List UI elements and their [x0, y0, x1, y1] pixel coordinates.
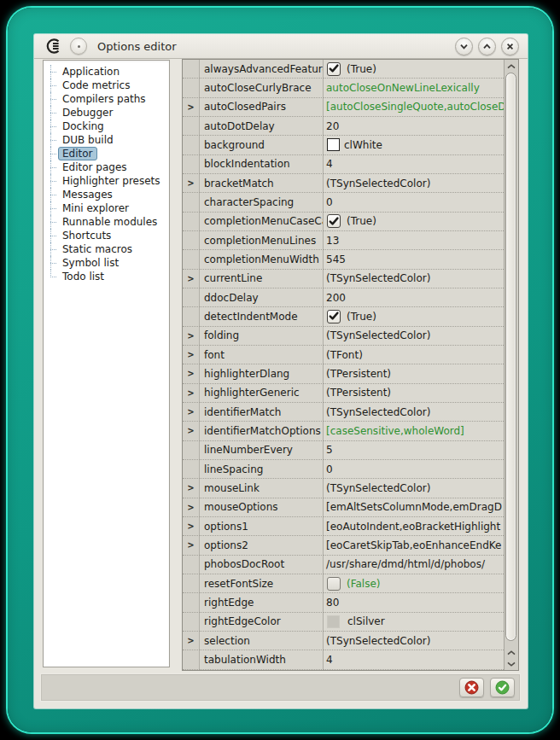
sidebar-item-dub-build[interactable]: DUB build	[49, 133, 169, 147]
property-name[interactable]: font	[200, 346, 324, 364]
property-value[interactable]: 80	[324, 593, 504, 612]
property-name[interactable]: completionMenuCaseCare	[200, 213, 324, 231]
sidebar-item-symbol-list[interactable]: Symbol list	[49, 256, 169, 270]
sidebar-item-highlighter-presets[interactable]: Highlighter presets	[49, 174, 169, 188]
property-name[interactable]: alwaysAdvancedFeatures	[200, 60, 324, 79]
property-value[interactable]: clWhite	[324, 136, 504, 154]
row-gutter[interactable]: >	[183, 574, 200, 593]
sidebar-item-application[interactable]: Application	[49, 65, 169, 79]
close-button[interactable]	[501, 38, 519, 55]
property-name[interactable]: autoCloseCurlyBrace	[200, 79, 324, 97]
property-name[interactable]: selection	[200, 632, 324, 650]
property-row[interactable]: > lineNumberEvery 5	[183, 441, 504, 460]
property-row[interactable]: > autoDotDelay 20	[183, 117, 504, 136]
property-value[interactable]: (True)	[324, 60, 504, 79]
sidebar-item-docking[interactable]: Docking	[49, 119, 169, 133]
property-value[interactable]: (True)	[324, 213, 504, 231]
color-swatch[interactable]	[327, 615, 340, 628]
property-name[interactable]: autoClosedPairs	[200, 98, 324, 117]
property-row[interactable]: > completionMenuCaseCare (True)	[183, 213, 504, 231]
property-row[interactable]: > tabulationWidth 4	[183, 650, 504, 669]
property-row[interactable]: > selection (TSynSelectedColor)	[183, 632, 504, 650]
row-gutter[interactable]: >	[183, 593, 200, 612]
expand-arrow-icon[interactable]: >	[187, 369, 194, 378]
property-row[interactable]: > autoCloseCurlyBrace autoCloseOnNewLine…	[183, 79, 504, 97]
property-row[interactable]: > mouseLink (TSynSelectedColor)	[183, 479, 504, 498]
sidebar-item-editor[interactable]: Editor	[49, 147, 169, 160]
row-gutter[interactable]: >	[183, 479, 200, 498]
property-value[interactable]: 0	[324, 193, 504, 212]
row-gutter[interactable]: >	[183, 441, 200, 460]
sidebar-item-debugger[interactable]: Debugger	[49, 106, 169, 119]
row-gutter[interactable]: >	[183, 517, 200, 536]
row-gutter[interactable]: >	[183, 346, 200, 364]
property-value[interactable]: 13	[324, 231, 504, 250]
sidebar-item-code-metrics[interactable]: Code metrics	[49, 79, 169, 92]
property-row[interactable]: > highlighterGeneric (TPersistent)	[183, 384, 504, 403]
property-value[interactable]: autoCloseOnNewLineLexically	[324, 79, 504, 97]
window-menu-button[interactable]	[70, 38, 87, 55]
row-gutter[interactable]: >	[183, 403, 200, 422]
property-name[interactable]: characterSpacing	[200, 193, 324, 212]
property-row[interactable]: > blockIndentation 4	[183, 155, 504, 174]
property-name[interactable]: mouseLink	[200, 479, 324, 498]
property-value[interactable]: 0	[324, 460, 504, 479]
row-gutter[interactable]: >	[183, 384, 200, 403]
property-value[interactable]: 5	[324, 441, 504, 460]
property-name[interactable]: completionMenuWidth	[200, 250, 324, 269]
property-name[interactable]: detectIndentMode	[200, 307, 324, 326]
property-row[interactable]: > mouseOptions [emAltSetsColumnMode,emDr…	[183, 498, 504, 517]
row-gutter[interactable]: >	[183, 327, 200, 346]
property-value[interactable]: [eoAutoIndent,eoBracketHighlight	[324, 517, 504, 536]
accept-button[interactable]	[490, 678, 515, 697]
property-value[interactable]: (TSynSelectedColor)	[324, 270, 504, 288]
property-row[interactable]: > options1 [eoAutoIndent,eoBracketHighli…	[183, 517, 504, 536]
property-value[interactable]: /usr/share/dmd/html/d/phobos/	[324, 556, 504, 574]
row-gutter[interactable]: >	[183, 613, 200, 632]
property-name[interactable]: highlighterDlang	[200, 364, 324, 383]
expand-arrow-icon[interactable]: >	[187, 521, 194, 531]
checkbox[interactable]	[327, 62, 341, 76]
property-value[interactable]: (TPersistent)	[324, 364, 504, 383]
property-row[interactable]: > highlighterDlang (TPersistent)	[183, 364, 504, 383]
property-row[interactable]: > phobosDocRoot /usr/share/dmd/html/d/ph…	[183, 556, 504, 574]
sidebar-item-mini-explorer[interactable]: Mini explorer	[49, 201, 169, 215]
property-value[interactable]: (True)	[324, 307, 504, 326]
property-value[interactable]: (TSynSelectedColor)	[324, 327, 504, 346]
property-name[interactable]: options1	[200, 517, 324, 536]
shade-button[interactable]	[455, 38, 473, 55]
row-gutter[interactable]: >	[183, 307, 200, 326]
row-gutter[interactable]: >	[183, 174, 200, 193]
property-name[interactable]: completionMenuLines	[200, 231, 324, 250]
property-name[interactable]: folding	[200, 327, 324, 346]
expand-arrow-icon[interactable]: >	[187, 350, 194, 359]
row-gutter[interactable]: >	[183, 117, 200, 136]
row-gutter[interactable]: >	[183, 536, 200, 555]
row-gutter[interactable]: >	[183, 79, 200, 97]
property-value[interactable]: (TSynSelectedColor)	[324, 632, 504, 650]
property-name[interactable]: identifierMatch	[200, 403, 324, 422]
color-swatch[interactable]	[327, 138, 340, 151]
row-gutter[interactable]: >	[183, 288, 200, 307]
property-name[interactable]: mouseOptions	[200, 498, 324, 517]
titlebar[interactable]: Options editor	[34, 34, 528, 59]
row-gutter[interactable]: >	[183, 632, 200, 650]
property-name[interactable]: resetFontSize	[200, 574, 324, 593]
property-name[interactable]: highlighterGeneric	[200, 384, 324, 403]
property-row[interactable]: > options2 [eoCaretSkipTab,eoEnhanceEndK…	[183, 536, 504, 555]
row-gutter[interactable]: >	[183, 60, 200, 79]
vertical-scrollbar[interactable]	[504, 60, 518, 670]
property-name[interactable]: bracketMatch	[200, 174, 324, 193]
row-gutter[interactable]: >	[183, 498, 200, 517]
property-value[interactable]: [eoCaretSkipTab,eoEnhanceEndKe	[324, 536, 504, 555]
property-value[interactable]: (TSynSelectedColor)	[324, 403, 504, 422]
property-value[interactable]: 200	[324, 288, 504, 307]
property-row[interactable]: > detectIndentMode (True)	[183, 307, 504, 326]
property-name[interactable]: lineNumberEvery	[200, 441, 324, 460]
property-row[interactable]: > identifierMatchOptions [caseSensitive,…	[183, 422, 504, 440]
property-row[interactable]: > ddocDelay 200	[183, 288, 504, 307]
checkbox[interactable]	[327, 577, 341, 591]
property-value[interactable]: clSilver	[324, 613, 504, 632]
row-gutter[interactable]: >	[183, 155, 200, 174]
expand-arrow-icon[interactable]: >	[187, 503, 194, 512]
